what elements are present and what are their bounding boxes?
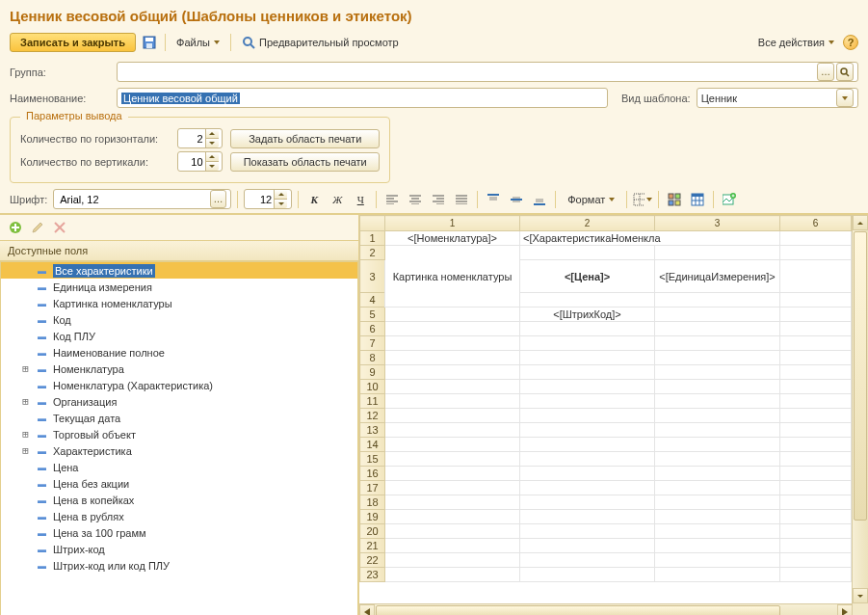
underline-button[interactable]: Ч: [351, 190, 370, 209]
cell[interactable]: [780, 293, 852, 308]
vscroll-thumb[interactable]: [854, 231, 867, 521]
cell[interactable]: [655, 394, 780, 409]
row-header[interactable]: 22: [360, 553, 385, 568]
lookup-button[interactable]: [836, 63, 854, 81]
cell[interactable]: [385, 452, 520, 467]
spinner[interactable]: [205, 129, 219, 147]
font-name-input[interactable]: …: [53, 189, 231, 209]
cell[interactable]: [780, 423, 852, 438]
expand-icon[interactable]: ⊞: [20, 444, 31, 457]
cell[interactable]: [520, 293, 655, 308]
borders-button[interactable]: [633, 190, 652, 209]
cell[interactable]: <[ХарактеристикаНоменкла: [520, 231, 780, 246]
cell[interactable]: [655, 380, 780, 394]
cell[interactable]: [655, 568, 780, 582]
cell[interactable]: [780, 336, 852, 351]
cell[interactable]: [780, 365, 852, 380]
name-value-selected[interactable]: Ценник весовой общий: [121, 93, 240, 104]
cell[interactable]: [655, 481, 780, 495]
align-center-button[interactable]: [406, 190, 425, 209]
row-header[interactable]: 13: [360, 423, 385, 438]
add-field-button[interactable]: [6, 218, 25, 237]
dropdown-button[interactable]: [836, 89, 854, 107]
row-header[interactable]: 8: [360, 351, 385, 365]
cell[interactable]: [780, 452, 852, 467]
cell[interactable]: [385, 322, 520, 336]
cell[interactable]: [780, 553, 852, 568]
cell[interactable]: [655, 539, 780, 553]
cell[interactable]: [655, 524, 780, 539]
cell[interactable]: [520, 510, 655, 524]
cell[interactable]: [780, 380, 852, 394]
row-header[interactable]: 17: [360, 481, 385, 495]
row-header[interactable]: 11: [360, 394, 385, 409]
cell[interactable]: [520, 409, 655, 423]
tree-item[interactable]: ▬Единица измерения: [1, 279, 357, 295]
cell[interactable]: [780, 467, 852, 481]
cell[interactable]: [385, 553, 520, 568]
hscroll-thumb[interactable]: [376, 605, 780, 615]
expand-icon[interactable]: ⊞: [20, 362, 31, 375]
scroll-right-button[interactable]: [837, 604, 853, 615]
cell[interactable]: [520, 539, 655, 553]
cell[interactable]: [520, 568, 655, 582]
row-header[interactable]: 10: [360, 380, 385, 394]
cell[interactable]: [780, 322, 852, 336]
scroll-down-button[interactable]: [853, 588, 868, 603]
cell[interactable]: [385, 568, 520, 582]
cell[interactable]: [655, 336, 780, 351]
cell[interactable]: [520, 438, 655, 452]
template-grid[interactable]: 1 2 3 6 1 <[Номенклатура]> <[Характерист…: [359, 215, 852, 582]
cell[interactable]: [655, 308, 780, 322]
cell[interactable]: [520, 452, 655, 467]
help-icon[interactable]: ?: [843, 35, 858, 50]
cell[interactable]: [655, 438, 780, 452]
tree-item[interactable]: ▬Штрих-код или код ПЛУ: [1, 557, 357, 574]
name-input[interactable]: Ценник весовой общий: [117, 88, 608, 108]
cell[interactable]: [780, 481, 852, 495]
cell[interactable]: <[Цена]>: [520, 260, 655, 293]
tree-item[interactable]: ▬Все характеристики: [1, 262, 357, 279]
tree-item[interactable]: ⊞▬Номенклатура: [1, 361, 357, 377]
font-size-field[interactable]: [249, 193, 274, 206]
cell[interactable]: [520, 365, 655, 380]
tree-item[interactable]: ▬Наименование полное: [1, 344, 357, 361]
cell[interactable]: [385, 495, 520, 510]
cell[interactable]: [655, 246, 780, 260]
tree-item[interactable]: ▬Номенклатура (Характеристика): [1, 377, 357, 393]
tree-item[interactable]: ▬Текущая дата: [1, 410, 357, 426]
col-header[interactable]: 2: [520, 216, 655, 231]
group-field[interactable]: [121, 66, 815, 79]
row-header[interactable]: 15: [360, 452, 385, 467]
h-count-field[interactable]: [178, 132, 205, 146]
spin-down[interactable]: [275, 200, 287, 208]
cell[interactable]: [780, 524, 852, 539]
row-header[interactable]: 6: [360, 322, 385, 336]
spin-up[interactable]: [206, 152, 219, 162]
tree-item[interactable]: ▬Картинка номенклатуры: [1, 295, 357, 311]
cell[interactable]: <[Номенклатура]>: [385, 231, 520, 246]
cell[interactable]: [655, 351, 780, 365]
cell[interactable]: [385, 380, 520, 394]
template-type-select[interactable]: Ценник: [697, 88, 858, 108]
cell[interactable]: [520, 495, 655, 510]
cell[interactable]: [780, 438, 852, 452]
scroll-left-button[interactable]: [359, 604, 375, 615]
cell[interactable]: [780, 409, 852, 423]
row-header[interactable]: 3: [360, 260, 385, 293]
valign-middle-button[interactable]: [507, 190, 526, 209]
valign-bottom-button[interactable]: [530, 190, 549, 209]
spin-down[interactable]: [206, 162, 219, 171]
row-header[interactable]: 2: [360, 246, 385, 260]
ellipsis-button[interactable]: …: [210, 190, 227, 208]
expand-icon[interactable]: ⊞: [20, 428, 31, 441]
cell[interactable]: [780, 351, 852, 365]
insert-picture-button[interactable]: [720, 190, 739, 209]
col-header[interactable]: 6: [780, 216, 852, 231]
col-header[interactable]: 1: [385, 216, 520, 231]
font-size-input[interactable]: [244, 189, 292, 209]
cell[interactable]: [385, 336, 520, 351]
valign-top-button[interactable]: [484, 190, 503, 209]
edit-field-button[interactable]: [28, 218, 47, 237]
ellipsis-button[interactable]: …: [817, 63, 834, 81]
